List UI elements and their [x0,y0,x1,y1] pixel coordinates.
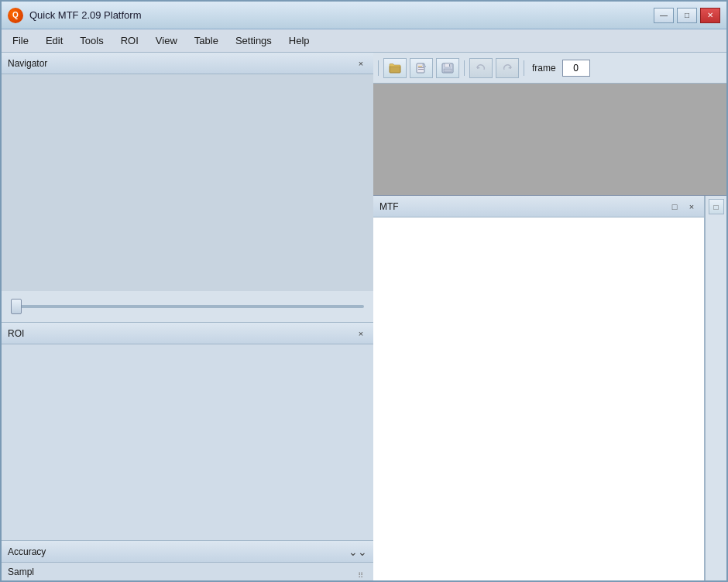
open-file-button[interactable] [410,58,433,78]
image-area [373,84,726,196]
sidebar-panel-button[interactable]: □ [709,199,724,214]
navigator-close-button[interactable]: × [355,57,367,70]
navigator-header: Navigator × [2,53,373,74]
mtf-maximize-button[interactable]: □ [668,200,681,213]
frame-label: frame [532,63,556,74]
undo-button[interactable] [469,58,493,78]
menu-file[interactable]: File [5,32,36,50]
roi-close-button[interactable]: × [355,327,367,340]
menu-edit[interactable]: Edit [38,32,70,50]
mtf-title: MTF [379,201,399,212]
title-bar-left: Q Quick MTF 2.09 Platform [8,8,141,23]
mtf-panel: MTF □ × [373,196,705,580]
minimize-button[interactable]: — [654,8,674,23]
mtf-close-button[interactable]: × [685,200,698,213]
toolbar-separator-3 [524,60,524,76]
menu-roi[interactable]: ROI [113,32,146,50]
frame-input[interactable] [562,60,590,77]
right-panel: frame MTF □ × [373,53,726,580]
maximize-button[interactable]: □ [677,8,697,23]
redo-button[interactable] [496,58,519,78]
svg-rect-7 [444,69,452,72]
mtf-content [373,217,704,580]
window-controls: — □ ✕ [654,8,720,23]
svg-rect-3 [418,67,424,68]
main-content: Navigator × ROI × [2,53,726,580]
svg-rect-4 [418,69,424,70]
toolbar-separator-2 [464,60,465,76]
svg-rect-2 [418,66,422,67]
menu-bar: File Edit Tools ROI View Table Settings … [2,29,726,53]
roi-panel: ROI × Accuracy ⌄⌄ [2,323,373,562]
roi-footer: Accuracy ⌄⌄ [2,540,373,562]
left-panel: Navigator × ROI × [2,53,373,580]
resize-handle[interactable]: ⠿ [358,571,367,580]
mtf-header: MTF □ × [373,196,704,217]
navigator-slider-track[interactable] [11,305,364,308]
navigator-slider-area [2,291,373,322]
window-title: Quick MTF 2.09 Platform [29,9,141,21]
app-icon: Q [8,8,23,23]
status-bar: Sampl ⠿ [2,562,373,580]
navigator-title: Navigator [8,58,47,69]
svg-marker-10 [508,66,511,69]
open-folder-button[interactable] [383,58,407,78]
status-text: Sampl [8,567,358,577]
svg-rect-8 [449,64,450,67]
menu-tools[interactable]: Tools [72,32,111,50]
title-bar: Q Quick MTF 2.09 Platform — □ ✕ [2,2,726,29]
navigator-slider-thumb[interactable] [11,299,22,314]
toolbar-separator-1 [378,60,379,76]
roi-content [2,344,373,540]
right-sidebar: □ [705,196,726,580]
menu-view[interactable]: View [148,32,185,50]
mtf-header-controls: □ × [668,200,698,213]
menu-help[interactable]: Help [281,32,318,50]
mtf-section: MTF □ × □ [373,196,726,580]
toolbar: frame [373,53,726,84]
roi-header: ROI × [2,323,373,344]
navigator-panel: Navigator × [2,53,373,323]
menu-table[interactable]: Table [187,32,226,50]
expand-button[interactable]: ⌄⌄ [349,546,367,558]
svg-rect-0 [390,66,400,73]
navigator-content [2,74,373,322]
roi-title: ROI [8,328,24,339]
svg-marker-9 [477,66,480,69]
close-button[interactable]: ✕ [700,8,720,23]
accuracy-label: Accuracy [8,546,46,557]
main-window: Q Quick MTF 2.09 Platform — □ ✕ File Edi… [0,0,728,582]
save-button[interactable] [436,58,459,78]
navigator-image-area [2,74,373,291]
menu-settings[interactable]: Settings [228,32,280,50]
